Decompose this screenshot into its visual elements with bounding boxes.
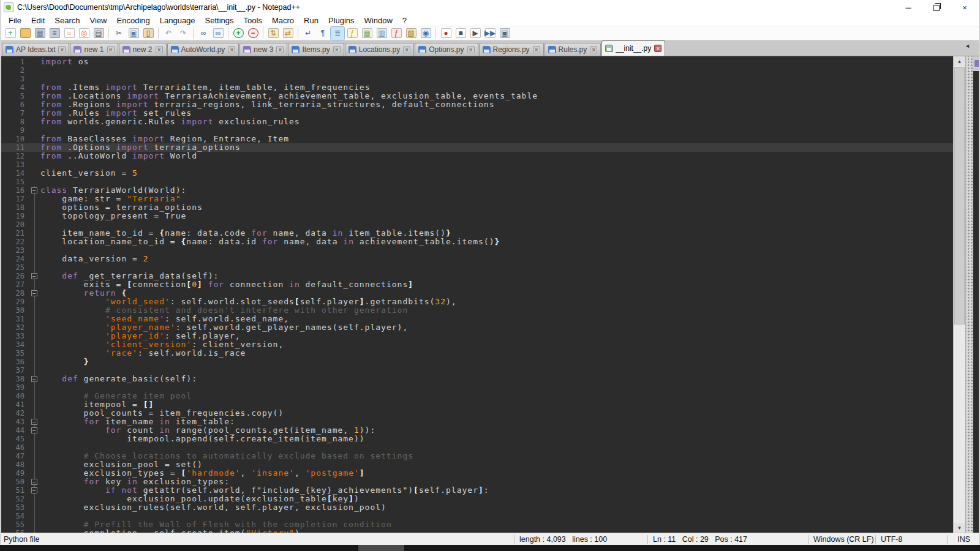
cut-button[interactable]: ✂ (112, 27, 126, 40)
menu-?[interactable]: ? (398, 15, 412, 26)
menu-window[interactable]: Window (360, 15, 398, 26)
save-button[interactable]: ▦ (33, 27, 47, 40)
tab-close-icon[interactable]: × (228, 46, 235, 53)
fold-margin[interactable]: − (29, 186, 40, 195)
fold-collapse-icon[interactable]: − (31, 487, 37, 493)
scroll-down-icon[interactable]: ▼ (954, 523, 965, 533)
restore-button[interactable] (922, 0, 951, 15)
menu-encoding[interactable]: Encoding (112, 15, 155, 26)
menu-file[interactable]: File (4, 15, 26, 26)
tab-close-icon[interactable]: × (333, 46, 341, 53)
fold-collapse-icon[interactable]: − (31, 427, 37, 433)
fold-collapse-icon[interactable]: − (31, 290, 37, 296)
fold-collapse-icon[interactable]: − (31, 479, 37, 485)
paste-button[interactable]: ▯ (141, 27, 155, 40)
tab-items-py[interactable]: Items.py× (288, 43, 344, 56)
sync-vertical-button[interactable]: ⇅ (266, 27, 280, 40)
tab-locations-py[interactable]: Locations.py× (345, 43, 414, 56)
view-splitter[interactable] (965, 56, 973, 533)
tab-new-3[interactable]: new 3× (239, 43, 287, 56)
tab-new-2[interactable]: new 2× (119, 43, 167, 56)
tab-rules-py[interactable]: Rules.py× (545, 43, 601, 56)
fold-collapse-icon[interactable]: − (31, 187, 37, 193)
menu-settings[interactable]: Settings (200, 15, 239, 26)
sync-horizontal-button[interactable]: ⇄ (281, 27, 295, 40)
tab-close-icon[interactable]: × (403, 46, 410, 53)
close-all-docs-button[interactable]: ◎ (77, 27, 91, 40)
menu-run[interactable]: Run (299, 15, 323, 26)
menu-search[interactable]: Search (50, 15, 85, 26)
print-button[interactable]: ▤ (92, 27, 105, 40)
show-indent-guide-button[interactable]: ≣ (331, 27, 344, 40)
tab-close-icon[interactable]: × (590, 46, 597, 53)
status-insert-mode[interactable]: INS (948, 535, 979, 544)
tab-scroll-left-icon[interactable]: ◄ (965, 43, 970, 49)
menu-language[interactable]: Language (155, 15, 200, 26)
tab-__init__-py[interactable]: __init__.py× (601, 40, 665, 56)
tab-label: Regions.py (493, 45, 530, 54)
fold-margin (29, 92, 40, 100)
function-list-button[interactable]: ƒ (390, 27, 403, 40)
function-completion-button[interactable]: ƒ (345, 27, 359, 40)
fold-collapse-icon[interactable]: − (31, 376, 37, 382)
tab-new-1[interactable]: new 1× (70, 43, 118, 56)
code-view[interactable]: 1import os234from .Items import Terraria… (1, 56, 953, 533)
save-all-button[interactable]: ≡ (48, 27, 61, 40)
vertical-scrollbar[interactable]: ▲ ▼ (953, 56, 965, 533)
tab-regions-py[interactable]: Regions.py× (479, 43, 544, 56)
zoom-out-button[interactable]: − (246, 27, 260, 40)
word-wrap-button[interactable]: ↵ (301, 27, 315, 40)
fold-collapse-icon[interactable]: − (31, 419, 37, 425)
tab-autoworld-py[interactable]: AutoWorld.py× (167, 43, 239, 56)
scroll-up-icon[interactable]: ▲ (954, 56, 965, 66)
find-button[interactable]: ∞ (197, 27, 210, 40)
fold-margin[interactable]: − (29, 478, 40, 486)
folder-as-workspace-button[interactable]: ▧ (404, 27, 418, 40)
macro-record-button[interactable]: ● (439, 27, 453, 40)
close-doc-button[interactable]: ○ (62, 27, 76, 40)
status-encoding[interactable]: UTF-8 (876, 535, 948, 544)
menu-macro[interactable]: Macro (267, 15, 299, 26)
fold-margin[interactable]: − (29, 426, 40, 435)
show-paragraph-button[interactable]: ¶ (316, 27, 330, 40)
new-file-button[interactable]: + (4, 27, 17, 40)
menu-view[interactable]: View (85, 15, 112, 26)
undo-button[interactable]: ↶ (162, 27, 175, 40)
tab-close-icon[interactable]: × (156, 46, 163, 53)
tab-close-icon[interactable]: × (276, 46, 284, 53)
macro-stop-button[interactable]: ■ (454, 27, 467, 40)
tab-close-icon[interactable]: × (58, 46, 66, 53)
monitoring-eye-button[interactable]: ◉ (419, 27, 432, 40)
macro-run-multiple-button[interactable]: ▶▶ (483, 27, 497, 40)
menu-plugins[interactable]: Plugins (323, 15, 360, 26)
tab-close-icon[interactable]: × (654, 45, 662, 52)
tab-close-icon[interactable]: × (533, 46, 540, 53)
macro-play-button[interactable]: ▶ (469, 27, 482, 40)
menu-tools[interactable]: Tools (239, 15, 267, 26)
menu-edit[interactable]: Edit (26, 15, 50, 26)
tab-close-icon[interactable]: × (467, 46, 475, 53)
redo-button[interactable]: ↷ (176, 27, 190, 40)
tab-ap-ideas-txt[interactable]: AP Ideas.txt× (2, 43, 69, 56)
macro-save-button[interactable]: ▣ (498, 27, 511, 40)
document-map-button[interactable]: ▦ (360, 27, 374, 40)
open-folder-button[interactable] (18, 27, 32, 40)
fold-margin[interactable]: − (29, 289, 40, 298)
fold-margin[interactable]: − (29, 418, 40, 426)
scrollbar-thumb[interactable] (954, 67, 965, 324)
close-button[interactable]: × (951, 0, 979, 15)
copy-button[interactable]: ▣ (127, 27, 140, 40)
tab-close-icon[interactable]: × (107, 46, 115, 53)
fold-collapse-icon[interactable]: − (31, 273, 37, 279)
zoom-in-button[interactable]: + (232, 27, 245, 40)
status-eol-format[interactable]: Windows (CR LF) (809, 535, 876, 544)
fold-margin[interactable]: − (29, 375, 40, 383)
document-list-button[interactable]: ▥ (375, 27, 388, 40)
fold-margin[interactable]: − (29, 272, 40, 280)
tab-options-py[interactable]: Options.py× (415, 43, 478, 56)
minimize-button[interactable]: ─ (894, 0, 922, 15)
scrollbar-track[interactable] (954, 66, 965, 523)
line-number: 24 (1, 255, 29, 263)
fold-margin[interactable]: − (29, 486, 40, 495)
replace-button[interactable]: ∞ (211, 27, 225, 40)
